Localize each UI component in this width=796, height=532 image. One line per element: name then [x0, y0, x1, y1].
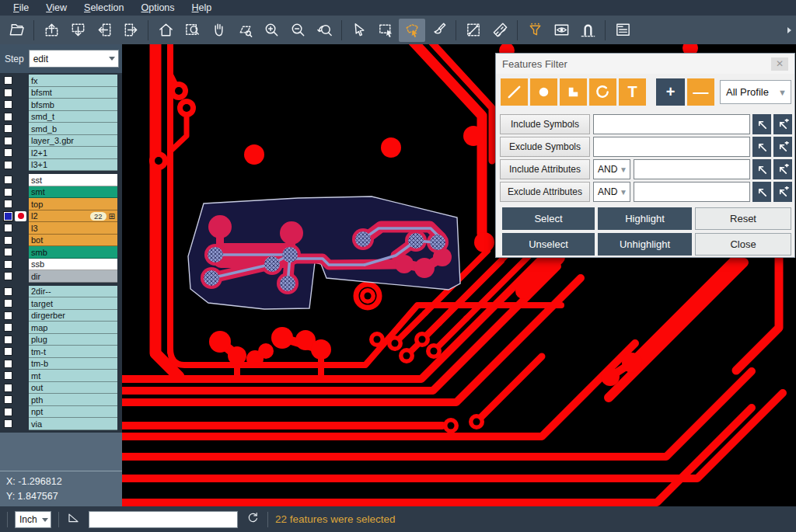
step-dropdown[interactable]: edit	[29, 50, 119, 68]
menu-options[interactable]: Options	[134, 1, 181, 15]
ruler-button[interactable]	[487, 19, 513, 42]
layer-name[interactable]: via	[29, 418, 117, 430]
highlight-button[interactable]: Highlight	[598, 207, 692, 230]
layer-visibility-checkbox[interactable]	[4, 408, 12, 416]
layer-name[interactable]: bfsmb	[29, 99, 117, 111]
layer-name[interactable]: smt	[29, 186, 117, 199]
surface-feature-button[interactable]	[560, 78, 587, 106]
pick-add-attribute-button[interactable]	[773, 182, 792, 202]
layer-name[interactable]: ssb	[29, 259, 117, 271]
toolbar-overflow-arrow[interactable]	[787, 27, 791, 33]
zoom-out-button[interactable]	[285, 19, 311, 42]
layer-visibility-checkbox[interactable]	[4, 384, 12, 392]
exclude-symbols-button[interactable]: Exclude Symbols	[500, 137, 590, 157]
layer-visibility-checkbox[interactable]	[4, 188, 12, 196]
layer-name[interactable]: fx	[29, 75, 117, 87]
exclude-attributes-button[interactable]: Exclude Attributes	[500, 182, 590, 202]
pan-hand-button[interactable]	[205, 19, 232, 42]
layer-name[interactable]: sst	[29, 174, 117, 186]
layer-visibility-checkbox[interactable]	[4, 176, 12, 184]
layer-visibility-checkbox[interactable]	[4, 323, 12, 332]
measure-distance-button[interactable]	[460, 19, 487, 42]
zoom-previous-button[interactable]	[311, 19, 337, 42]
layer-visibility-checkbox[interactable]	[4, 124, 12, 133]
layer-name[interactable]: map	[29, 322, 117, 334]
select-cursor-button[interactable]	[346, 19, 372, 42]
layer-name[interactable]: target	[29, 297, 117, 310]
layer-visibility-checkbox[interactable]	[4, 148, 12, 157]
remove-filter-button[interactable]: —	[687, 78, 714, 106]
layer-visibility-checkbox[interactable]	[4, 311, 12, 320]
add-filter-button[interactable]: +	[656, 78, 685, 106]
layer-name[interactable]: dirgerber	[29, 310, 117, 322]
layer-name[interactable]: out	[29, 382, 117, 395]
layer-visibility-checkbox[interactable]	[4, 287, 12, 296]
include-symbols-input[interactable]	[593, 114, 750, 134]
zoom-selection-button[interactable]	[232, 19, 258, 42]
menu-selection[interactable]: Selection	[77, 1, 131, 15]
layer-name[interactable]: mt	[29, 370, 117, 382]
unit-dropdown[interactable]: Inch	[15, 511, 51, 528]
include-attributes-logic-dropdown[interactable]: AND▼	[593, 159, 630, 179]
pick-symbol-button[interactable]	[752, 137, 771, 157]
refresh-icon[interactable]	[246, 510, 260, 528]
zoom-area-button[interactable]	[179, 19, 205, 42]
layer-name[interactable]: smd_t	[29, 111, 117, 123]
layer-name[interactable]: 2dir--	[29, 286, 117, 298]
layer-name[interactable]: tm-b	[29, 358, 117, 370]
pick-attribute-button[interactable]	[752, 182, 771, 202]
pan-up-button[interactable]	[38, 19, 65, 42]
arc-feature-button[interactable]	[589, 78, 616, 106]
layer-visibility-checkbox[interactable]	[4, 236, 12, 245]
pick-attribute-button[interactable]	[752, 159, 771, 179]
line-feature-button[interactable]	[501, 78, 528, 106]
rectangle-select-button[interactable]	[372, 19, 399, 42]
menu-help[interactable]: Help	[185, 1, 219, 15]
layer-visibility-checkbox[interactable]	[4, 113, 12, 121]
layer-name[interactable]: dir	[29, 270, 117, 283]
exclude-attributes-input[interactable]	[634, 182, 750, 202]
pick-add-symbol-button[interactable]	[773, 114, 792, 134]
zoom-in-button[interactable]	[258, 19, 285, 42]
layer-name[interactable]: layer_3.gbr	[29, 135, 117, 148]
command-input[interactable]	[89, 511, 238, 528]
pan-left-button[interactable]	[91, 19, 117, 42]
layer-visibility-checkbox[interactable]	[4, 161, 12, 169]
layer-name[interactable]: l2+1	[29, 147, 117, 159]
polygon-select-button[interactable]	[399, 19, 425, 42]
layer-name[interactable]: smb	[29, 246, 117, 259]
layer-visibility-checkbox[interactable]	[4, 224, 12, 232]
layer-visibility-checkbox[interactable]	[4, 200, 12, 208]
pick-add-attribute-button[interactable]	[773, 159, 792, 179]
layer-name[interactable]: pth	[29, 394, 117, 406]
dialog-title-bar[interactable]: Features Filter ✕	[496, 54, 794, 74]
menu-view[interactable]: View	[39, 1, 74, 15]
layer-visibility-checkbox[interactable]	[4, 100, 12, 109]
layer-visibility-checkbox[interactable]	[4, 336, 12, 344]
text-feature-button[interactable]: T	[619, 78, 646, 106]
layer-visibility-checkbox[interactable]	[4, 395, 12, 404]
close-icon[interactable]: ✕	[771, 57, 788, 71]
layer-visibility-checkbox[interactable]	[4, 76, 12, 85]
clear-brush-button[interactable]	[425, 19, 452, 42]
menu-file[interactable]: File	[6, 1, 36, 15]
pad-feature-button[interactable]	[530, 78, 557, 106]
unhighlight-button[interactable]: Unhighlight	[598, 233, 692, 256]
layer-visibility-checkbox[interactable]	[4, 248, 12, 256]
exclude-attributes-logic-dropdown[interactable]: AND▼	[593, 182, 630, 202]
reset-button[interactable]: Reset	[695, 207, 791, 230]
snap-magnet-button[interactable]	[574, 19, 601, 42]
layer-visibility-checkbox[interactable]	[4, 137, 12, 145]
layer-name[interactable]: npt	[29, 406, 117, 419]
pick-add-symbol-button[interactable]	[773, 137, 792, 157]
layer-name[interactable]: tm-t	[29, 346, 117, 358]
view-options-button[interactable]	[548, 19, 574, 42]
layer-name[interactable]: l3	[29, 222, 117, 235]
features-filter-button[interactable]	[522, 19, 548, 42]
layer-name[interactable]: top	[29, 198, 117, 210]
layer-visibility-checkbox[interactable]	[4, 89, 12, 97]
layer-visibility-checkbox[interactable]	[4, 371, 12, 380]
exclude-symbols-input[interactable]	[593, 137, 750, 157]
open-file-button[interactable]	[3, 19, 30, 42]
layer-name[interactable]: l3+1	[29, 159, 117, 172]
